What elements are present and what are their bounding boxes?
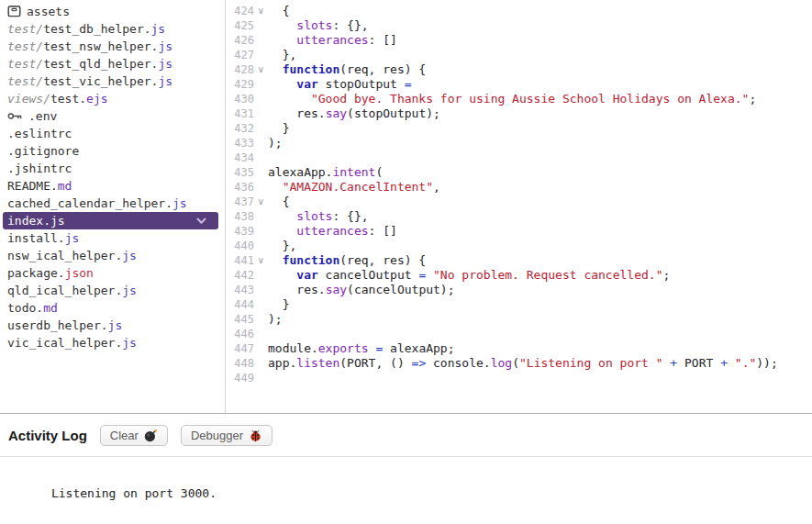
code-line-424[interactable]: 424∨ { [226, 4, 812, 18]
file-label-segment: ejs [86, 92, 107, 106]
file-item-env[interactable]: .env [0, 107, 225, 125]
file-item-nsw_ical_helper-js[interactable]: nsw_ical_helper.js [0, 247, 225, 264]
code-line-428[interactable]: 428∨ function(req, res) { [226, 62, 812, 77]
code-token: function [283, 62, 340, 76]
file-label-segment: md [43, 301, 58, 315]
code-line-438[interactable]: 438 slots: {}, [226, 209, 812, 224]
code-token: slots [296, 209, 332, 223]
code-text: res.say(cancelOutput); [268, 283, 455, 297]
code-text: var cancelOutput = "No problem. Request … [268, 268, 670, 283]
file-item-test-test_qld_helper-js[interactable]: test/test_qld_helper.js [0, 55, 225, 72]
file-item-qld_ical_helper-js[interactable]: qld_ical_helper.js [0, 282, 225, 299]
code-token: { [268, 4, 289, 17]
code-text: ); [268, 136, 283, 151]
file-item-cached_calendar_helper-js[interactable]: cached_calendar_helper.js [0, 195, 225, 212]
chevron-down-icon[interactable] [196, 217, 206, 225]
code-editor[interactable]: 424∨ {425 slots: {},426 utterances: []42… [226, 0, 812, 413]
file-label-segment: json [65, 266, 94, 280]
code-token [268, 33, 296, 47]
code-line-429[interactable]: 429 var stopOutput = [226, 77, 812, 92]
code-token: }, [268, 239, 296, 252]
file-label-segment: js [122, 284, 137, 297]
code-line-436[interactable]: 436 "AMAZON.CancelIntent", [226, 180, 812, 195]
code-line-430[interactable]: 430 "Good bye. Thanks for using Aussie S… [226, 92, 812, 106]
code-line-449[interactable]: 449 [226, 371, 812, 385]
fold-chevron-icon[interactable]: ∨ [254, 62, 268, 77]
code-line-433[interactable]: 433); [226, 136, 812, 151]
code-token: (cancelOutput); [347, 283, 454, 296]
file-item-eslintrc[interactable]: .eslintrc [0, 125, 225, 142]
file-item-assets[interactable]: assets [0, 3, 225, 20]
file-item-install-js[interactable]: install.js [0, 229, 225, 247]
code-token: } [268, 297, 289, 311]
fold-spacer [254, 312, 268, 327]
code-token [268, 62, 283, 76]
code-token: cancelOutput [318, 268, 419, 282]
code-token: = [405, 77, 412, 91]
code-line-440[interactable]: 440 }, [226, 239, 812, 253]
file-item-package-json[interactable]: package.json [0, 264, 225, 282]
code-line-425[interactable]: 425 slots: {}, [226, 18, 812, 33]
file-item-gitignore[interactable]: .gitignore [0, 142, 225, 160]
key-icon [7, 110, 24, 122]
code-token: }, [268, 48, 296, 61]
line-number: 424 [226, 4, 254, 18]
fold-spacer [254, 92, 268, 106]
file-label-segment: test_vic_helper. [43, 74, 158, 88]
code-token: alexaApp. [268, 165, 332, 179]
code-token: ; [662, 268, 670, 282]
code-line-446[interactable]: 446 [226, 327, 812, 341]
code-token: ); [268, 136, 283, 150]
debugger-button[interactable]: Debugger [181, 425, 273, 446]
code-line-447[interactable]: 447module.exports = alexaApp; [226, 341, 812, 356]
file-item-readme-md[interactable]: README.md [0, 177, 225, 195]
code-line-427[interactable]: 427 }, [226, 48, 812, 62]
code-line-432[interactable]: 432 } [226, 121, 812, 136]
code-token: { [268, 195, 289, 208]
code-token: + [670, 356, 677, 370]
file-label-segment: js [151, 22, 166, 36]
code-line-443[interactable]: 443 res.say(cancelOutput); [226, 283, 812, 297]
code-text: slots: {}, [268, 209, 369, 224]
clear-button[interactable]: Clear [100, 425, 168, 446]
code-line-448[interactable]: 448app.listen(PORT, () => console.log("L… [226, 356, 812, 371]
code-line-439[interactable]: 439 utterances: [] [226, 224, 812, 239]
code-token [268, 180, 283, 194]
code-token: app. [268, 356, 296, 370]
code-token: => [412, 356, 427, 370]
file-item-jshintrc[interactable]: .jshintrc [0, 160, 225, 177]
code-line-435[interactable]: 435alexaApp.intent( [226, 165, 812, 180]
file-item-views-test-ejs[interactable]: views/test.ejs [0, 90, 225, 107]
code-token: log [491, 356, 512, 370]
file-item-test-test_nsw_helper-js[interactable]: test/test_nsw_helper.js [0, 38, 225, 55]
fold-spacer [254, 151, 268, 165]
code-line-442[interactable]: 442 var cancelOutput = "No problem. Requ… [226, 268, 812, 283]
code-token: (req, res) { [339, 253, 426, 267]
activity-log-panel: Activity Log Clear Debugger Listening on… [0, 413, 812, 524]
fold-chevron-icon[interactable]: ∨ [254, 4, 268, 18]
code-text: function(req, res) { [268, 253, 426, 268]
code-line-445[interactable]: 445); [226, 312, 812, 327]
file-label-segment: todo. [7, 301, 43, 315]
fold-chevron-icon[interactable]: ∨ [254, 195, 268, 209]
code-line-441[interactable]: 441∨ function(req, res) { [226, 253, 812, 268]
file-item-vic_ical_helper-js[interactable]: vic_ical_helper.js [0, 334, 225, 351]
code-line-431[interactable]: 431 res.say(stopOutput); [226, 106, 812, 121]
code-line-437[interactable]: 437∨ { [226, 195, 812, 209]
fold-chevron-icon[interactable]: ∨ [254, 253, 268, 268]
file-item-test-test_db_helper-js[interactable]: test/test_db_helper.js [0, 20, 225, 38]
code-text: }, [268, 48, 296, 62]
code-line-444[interactable]: 444 } [226, 297, 812, 312]
file-item-userdb_helper-js[interactable]: userdb_helper.js [0, 317, 225, 334]
code-line-434[interactable]: 434 [226, 151, 812, 165]
code-token [268, 209, 296, 223]
fold-spacer [254, 356, 268, 371]
code-line-426[interactable]: 426 utterances: [] [226, 33, 812, 48]
file-item-test-test_vic_helper-js[interactable]: test/test_vic_helper.js [0, 72, 225, 90]
line-number: 437 [226, 195, 254, 209]
code-token: (stopOutput); [347, 106, 440, 120]
activity-log-header: Activity Log Clear Debugger [0, 414, 812, 457]
file-item-index-js[interactable]: index.js [3, 212, 218, 229]
file-item-todo-md[interactable]: todo.md [0, 299, 225, 317]
code-token: res. [268, 106, 326, 120]
